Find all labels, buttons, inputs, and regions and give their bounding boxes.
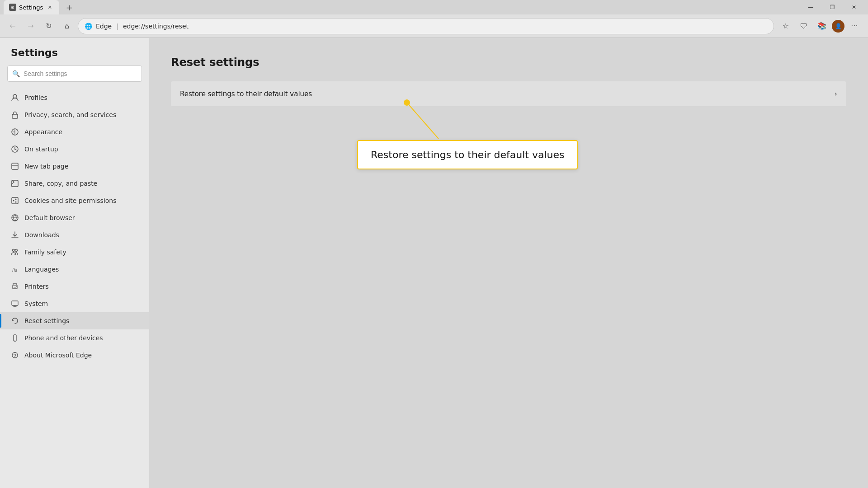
startup-icon [11, 145, 19, 153]
downloads-label: Downloads [24, 231, 59, 239]
titlebar-controls: — ❐ ✕ [800, 0, 864, 14]
sidebar-item-profiles[interactable]: Profiles [0, 89, 149, 106]
about-label: About Microsoft Edge [24, 352, 92, 359]
svg-rect-17 [12, 301, 18, 305]
downloads-icon [11, 231, 19, 239]
sidebar-title: Settings [0, 47, 149, 66]
printers-icon [11, 282, 19, 291]
tab-label: Settings [19, 4, 43, 11]
close-button[interactable]: ✕ [844, 0, 864, 14]
sidebar-item-languages[interactable]: A a Languages [0, 261, 149, 278]
sidebar-item-system[interactable]: System [0, 295, 149, 312]
svg-point-10 [13, 249, 15, 252]
restore-defaults-row[interactable]: Restore settings to their default values… [171, 81, 846, 106]
family-icon [11, 248, 19, 256]
family-label: Family safety [24, 249, 66, 256]
callout-text: Restore settings to their default values [371, 149, 564, 160]
sidebar-item-cookies[interactable]: Cookies and site permissions [0, 192, 149, 209]
address-bar[interactable]: 🌐 Edge | edge://settings/reset [78, 18, 774, 34]
sidebar-item-phone[interactable]: Phone and other devices [0, 329, 149, 347]
languages-icon: A a [11, 265, 19, 273]
maximize-button[interactable]: ❐ [822, 0, 843, 14]
address-icon: 🌐 [85, 23, 92, 30]
startup-label: On startup [24, 145, 58, 153]
tab-settings-icon: ⚙ [9, 4, 16, 11]
sidebar-item-printers[interactable]: Printers [0, 278, 149, 295]
reset-icon [11, 317, 19, 325]
svg-point-11 [15, 249, 18, 252]
sidebar-item-appearance[interactable]: Appearance [0, 123, 149, 141]
sidebar: Settings 🔍 Profiles Privacy, searc [0, 38, 149, 488]
svg-rect-1 [12, 114, 18, 118]
browser-brand: Edge [96, 23, 112, 30]
svg-rect-15 [14, 287, 16, 288]
minimize-button[interactable]: — [800, 0, 821, 14]
printers-label: Printers [24, 283, 49, 290]
more-button[interactable]: ··· [846, 18, 863, 34]
newtab-label: New tab page [24, 163, 68, 170]
newtab-icon [11, 162, 19, 170]
favorites-button[interactable]: ☆ [778, 18, 794, 34]
forward-button[interactable]: → [24, 19, 38, 33]
profiles-label: Profiles [24, 94, 47, 101]
browser-body: Settings 🔍 Profiles Privacy, searc [0, 38, 868, 488]
appearance-icon [11, 128, 19, 136]
svg-point-7 [15, 199, 17, 200]
svg-line-22 [407, 103, 439, 139]
languages-label: Languages [24, 266, 59, 273]
default-browser-icon [11, 214, 19, 222]
svg-point-16 [16, 286, 17, 287]
address-url: edge://settings/reset [123, 23, 189, 30]
privacy-label: Privacy, search, and services [24, 111, 116, 118]
svg-point-0 [13, 94, 17, 98]
sidebar-item-share[interactable]: Share, copy, and paste [0, 175, 149, 192]
system-label: System [24, 300, 48, 307]
system-icon [11, 300, 19, 308]
refresh-button[interactable]: ↻ [42, 19, 56, 33]
sidebar-item-privacy[interactable]: Privacy, search, and services [0, 106, 149, 123]
shield-button[interactable]: 🛡 [796, 18, 812, 34]
search-input[interactable] [24, 70, 137, 77]
cookies-label: Cookies and site permissions [24, 197, 117, 204]
sidebar-item-family[interactable]: Family safety [0, 244, 149, 261]
home-button[interactable]: ⌂ [60, 19, 74, 33]
cookies-icon [11, 197, 19, 205]
appearance-label: Appearance [24, 128, 62, 136]
sidebar-item-newtab[interactable]: New tab page [0, 158, 149, 175]
search-box[interactable]: 🔍 [7, 66, 142, 82]
restore-defaults-label: Restore settings to their default values [180, 90, 312, 98]
share-label: Share, copy, and paste [24, 180, 97, 187]
sidebar-item-reset[interactable]: Reset settings [0, 312, 149, 329]
sidebar-item-about[interactable]: About Microsoft Edge [0, 347, 149, 364]
about-icon [11, 351, 19, 359]
profiles-icon [11, 94, 19, 102]
search-icon: 🔍 [12, 70, 20, 77]
share-icon [11, 179, 19, 188]
reset-label: Reset settings [24, 317, 69, 324]
svg-point-19 [14, 340, 15, 341]
svg-point-8 [15, 202, 17, 203]
svg-point-6 [13, 200, 14, 202]
svg-rect-5 [12, 197, 18, 204]
address-separator: | [116, 23, 118, 30]
svg-point-20 [14, 357, 15, 357]
new-tab-button[interactable]: + [63, 1, 75, 14]
privacy-icon [11, 111, 19, 119]
svg-text:a: a [15, 267, 17, 272]
sidebar-item-startup[interactable]: On startup [0, 141, 149, 158]
tab-close-button[interactable]: ✕ [46, 3, 54, 11]
sidebar-item-downloads[interactable]: Downloads [0, 226, 149, 244]
browser-toolbar: ← → ↻ ⌂ 🌐 Edge | edge://settings/reset ☆… [0, 14, 868, 38]
settings-tab[interactable]: ⚙ Settings ✕ [4, 0, 59, 14]
phone-label: Phone and other devices [24, 334, 103, 342]
page-title: Reset settings [171, 56, 846, 69]
back-button[interactable]: ← [5, 19, 20, 33]
profile-avatar[interactable]: 👤 [832, 20, 844, 33]
collections-button[interactable]: 📚 [814, 18, 830, 34]
phone-icon [11, 334, 19, 342]
chevron-right-icon: › [835, 89, 837, 98]
content-area: Reset settings Restore settings to their… [149, 38, 868, 488]
sidebar-item-default-browser[interactable]: Default browser [0, 209, 149, 226]
svg-rect-3 [12, 163, 18, 169]
titlebar: ⚙ Settings ✕ + — ❐ ✕ [0, 0, 868, 14]
